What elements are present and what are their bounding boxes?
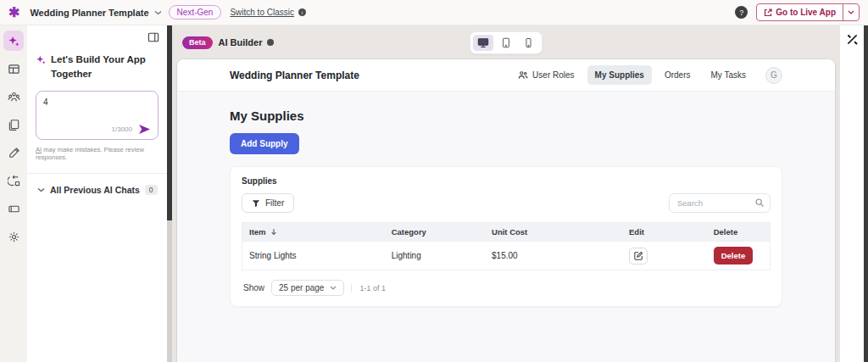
nav-label: User Roles — [532, 70, 574, 80]
nav-item-my-supplies[interactable]: My Supplies — [587, 65, 652, 85]
search-icon — [754, 198, 765, 208]
search-field — [669, 193, 771, 213]
pagination-bar: Show 25 per page 1-1 of 1 — [242, 278, 771, 298]
device-phone-button[interactable] — [519, 35, 539, 51]
column-header-item[interactable]: Item — [242, 223, 385, 242]
show-label: Show — [243, 283, 264, 292]
ai-disclaimer: AI may make mistakes. Please review resp… — [27, 140, 167, 161]
filter-label: Filter — [265, 198, 284, 208]
ai-prompt-input[interactable]: 4 — [36, 92, 158, 120]
nav-item-orders[interactable]: Orders — [657, 65, 698, 85]
user-avatar[interactable]: G — [765, 67, 782, 84]
table-row: String Lights Lighting $15.00 — [242, 242, 771, 270]
nav-item-my-tasks[interactable]: My Tasks — [704, 65, 754, 85]
user-roles-icon — [518, 70, 528, 80]
table-header-row: Item Category Unit Cost Edit Delete — [242, 223, 771, 242]
rail-item-workflows[interactable] — [3, 170, 24, 191]
nav-item-user-roles[interactable]: User Roles — [510, 65, 581, 85]
rail-item-users[interactable] — [3, 86, 24, 107]
rail-item-panels[interactable] — [3, 198, 24, 219]
main-region: Let's Build Your App Together 4 1/3000 A… — [0, 25, 868, 362]
per-page-select[interactable]: 25 per page — [271, 280, 344, 296]
filter-button[interactable]: Filter — [242, 193, 294, 213]
rail-item-settings[interactable] — [3, 226, 24, 247]
delete-row-button[interactable]: Delete — [714, 247, 754, 265]
device-preview-toggle — [470, 31, 542, 54]
go-to-live-app-label: Go to Live App — [776, 8, 836, 17]
navigation-rail — [0, 25, 27, 362]
preview-content: My Supplies Add Supply Supplies Filter — [177, 92, 835, 307]
app-title: Wedding Planner Template — [30, 8, 148, 18]
app-preview-frame: Wedding Planner Template User Roles My S… — [177, 59, 835, 362]
column-header-delete: Delete — [707, 223, 771, 242]
filter-funnel-icon — [252, 199, 260, 208]
preview-app-header: Wedding Planner Template User Roles My S… — [177, 59, 835, 92]
device-tablet-button[interactable] — [496, 35, 516, 51]
preview-nav: User Roles My Supplies Orders My Tasks G — [510, 65, 782, 85]
chevron-down-icon — [330, 286, 337, 290]
sparkles-icon — [8, 35, 20, 47]
supplies-table: Item Category Unit Cost Edit Delete — [242, 222, 771, 270]
column-header-category[interactable]: Category — [385, 223, 485, 242]
collapse-panel-icon[interactable] — [147, 32, 159, 42]
builder-top-bar: Beta AI Builder — [172, 25, 839, 59]
rail-item-design[interactable] — [3, 142, 24, 163]
rail-item-ai-builder[interactable] — [3, 31, 24, 51]
pagination-range: 1-1 of 1 — [351, 284, 386, 292]
next-gen-badge: Next-Gen — [169, 5, 222, 19]
gear-icon — [8, 231, 20, 243]
workflow-icon — [8, 175, 20, 187]
supplies-card-title: Supplies — [242, 176, 771, 186]
switch-to-classic-link[interactable]: Switch to Classic — [230, 8, 294, 17]
right-edge-scrollbar[interactable] — [864, 25, 868, 362]
chats-count-badge: 0 — [145, 185, 158, 195]
tools-wrench-icon[interactable] — [847, 34, 858, 362]
device-desktop-button[interactable] — [473, 35, 493, 51]
panel-icon — [8, 203, 20, 215]
cell-item: String Lights — [242, 242, 385, 270]
top-header-bar: ✱ Wedding Planner Template Next-Gen Swit… — [0, 0, 868, 25]
page-title: My Supplies — [230, 109, 782, 123]
sparkle-icon — [36, 54, 47, 81]
sort-desc-icon[interactable] — [270, 228, 277, 236]
previous-chats-toggle[interactable]: All Previous AI Chats 0 — [27, 174, 167, 195]
builder-title: AI Builder — [219, 37, 263, 47]
supplies-card: Supplies Filter — [230, 166, 782, 307]
table-icon — [8, 63, 20, 75]
nav-label: Orders — [665, 70, 691, 80]
beta-badge: Beta — [182, 36, 213, 49]
help-icon[interactable]: ? — [735, 6, 748, 19]
cell-unit-cost: $15.00 — [485, 242, 622, 270]
dev-tools-strip — [839, 25, 864, 362]
ai-panel-heading: Let's Build Your App Together — [51, 53, 157, 81]
rail-item-pages[interactable] — [3, 114, 24, 135]
send-icon[interactable] — [138, 124, 151, 135]
chevron-down-icon[interactable] — [154, 10, 162, 15]
live-app-dropdown-chevron[interactable] — [843, 4, 859, 20]
cell-category: Lighting — [385, 242, 485, 270]
brush-icon — [8, 147, 20, 159]
add-supply-button[interactable]: Add Supply — [230, 133, 299, 154]
ai-disclaimer-text: may make mistakes. Please review respons… — [36, 146, 144, 161]
ai-chat-panel: Let's Build Your App Together 4 1/3000 A… — [27, 25, 167, 362]
char-counter: 1/3000 — [112, 125, 132, 133]
edit-row-button[interactable] — [629, 248, 648, 265]
info-icon[interactable]: i — [298, 8, 306, 16]
pages-icon — [8, 119, 20, 131]
edit-pencil-icon — [634, 251, 643, 260]
users-icon — [8, 91, 20, 103]
preview-app-title: Wedding Planner Template — [230, 70, 359, 81]
nav-label: My Supplies — [595, 70, 644, 80]
brand-logo-icon[interactable]: ✱ — [8, 6, 19, 19]
per-page-value: 25 per page — [279, 283, 324, 292]
column-header-unit-cost[interactable]: Unit Cost — [485, 223, 622, 242]
info-icon[interactable] — [267, 39, 274, 46]
builder-canvas: Beta AI Builder Wedding Planner Template — [172, 25, 839, 362]
rail-item-data-tables[interactable] — [3, 58, 24, 79]
header-label: Item — [249, 227, 266, 237]
go-to-live-app-button[interactable]: Go to Live App — [756, 3, 860, 21]
ai-prompt-box: 4 1/3000 — [36, 91, 159, 140]
previous-chats-label: All Previous AI Chats — [50, 185, 140, 195]
chevron-down-icon — [37, 187, 45, 192]
external-link-icon — [764, 8, 772, 17]
